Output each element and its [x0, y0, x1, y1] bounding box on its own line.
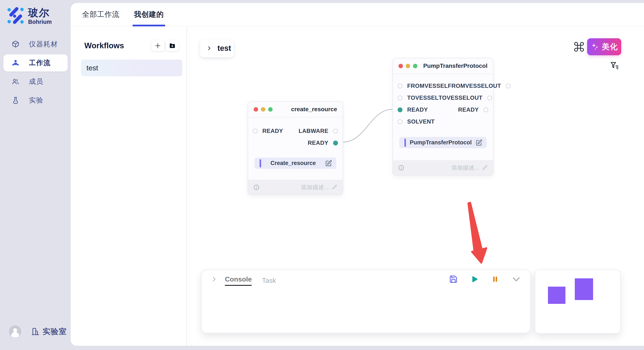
task-tab[interactable]: Task [262, 274, 276, 285]
node-title: PumpTransferProtocol [423, 62, 488, 69]
console-tab[interactable]: Console [225, 273, 252, 286]
port-output-labware[interactable]: LABWARE [298, 128, 338, 134]
traffic-dots-icon [398, 64, 418, 68]
app-screen: 玻尔 Bohrium 仪器耗材 工作流 [0, 0, 644, 350]
node-action-pill[interactable]: Create_resource [254, 158, 336, 169]
console-header: Console Task [202, 270, 530, 288]
sidebar-footer: 实验室 [9, 325, 67, 338]
port-output-tovesselout[interactable]: TOVESSELOUT [439, 95, 492, 101]
port-handle-connected[interactable] [398, 107, 402, 112]
port-handle[interactable] [333, 129, 338, 134]
command-icon[interactable] [573, 41, 585, 53]
sidebar-menu: 仪器耗材 工作流 成员 [4, 36, 68, 109]
pill-accent-bar [260, 159, 261, 167]
minimap[interactable] [535, 270, 620, 334]
main-panel: 全部工作流 我创建的 Workflows [71, 3, 644, 346]
brand-logo: 玻尔 Bohrium [6, 6, 52, 25]
node-create-resource[interactable]: create_resource READY LABWARE [248, 101, 343, 195]
sidebar-item-experiments[interactable]: 实验 [4, 92, 68, 109]
folder-download-icon [169, 42, 176, 49]
beautify-label: 美化 [602, 42, 618, 52]
members-icon [12, 78, 20, 86]
port-input-solvent[interactable]: SOLVENT [398, 118, 435, 125]
breadcrumb[interactable]: test [200, 39, 234, 57]
content-row: Workflows test [71, 26, 644, 346]
sidebar-item-label: 实验 [29, 96, 44, 105]
info-icon[interactable] [398, 165, 404, 171]
console-panel: Console Task [201, 270, 531, 333]
port-handle[interactable] [487, 95, 492, 100]
node-footer: 添加描述... [248, 180, 343, 195]
info-icon[interactable] [253, 184, 260, 190]
workflow-tabbar: 全部工作流 我创建的 [71, 3, 644, 26]
port-input-ready[interactable]: READY [253, 128, 283, 134]
edit-icon[interactable] [476, 139, 482, 146]
add-workflow-button[interactable] [151, 40, 164, 51]
import-workflow-button[interactable] [166, 40, 179, 51]
workflows-title: Workflows [84, 41, 124, 50]
port-handle[interactable] [484, 107, 488, 112]
node-footer: 添加描述... [393, 160, 493, 175]
workflow-team-icon [12, 59, 20, 67]
port-handle[interactable] [398, 95, 402, 100]
port-input-tovessel[interactable]: TOVESSEL [398, 95, 439, 101]
pencil-icon [482, 165, 488, 171]
sidebar-item-label: 仪器耗材 [29, 39, 58, 49]
port-handle[interactable] [506, 84, 511, 88]
edge-create-resource-to-pump [343, 109, 392, 142]
save-icon[interactable] [449, 275, 458, 283]
minimap-node [548, 287, 566, 304]
node-action-pill[interactable]: PumpTransferProtocol [399, 137, 486, 148]
sidebar-item-label: 工作流 [29, 58, 51, 68]
pencil-icon [332, 184, 338, 190]
node-pump-transfer-protocol[interactable]: PumpTransferProtocol FROMVESSEL FROMVESS… [392, 58, 494, 176]
workflow-list-item-test[interactable]: test [81, 59, 182, 76]
port-output-ready[interactable]: READY [458, 107, 488, 113]
pill-accent-bar [404, 139, 406, 147]
node-ports: FROMVESSEL FROMVESSELOUT TOVESSEL [393, 80, 493, 128]
port-handle[interactable] [253, 129, 258, 134]
node-description[interactable]: 添加描述... [451, 164, 488, 172]
brand-name-en: Bohrium [28, 19, 52, 25]
tab-my-created[interactable]: 我创建的 [134, 3, 164, 26]
sidebar-item-label: 成员 [29, 77, 44, 86]
test-tube-icon [12, 96, 20, 104]
sidebar: 玻尔 Bohrium 仪器耗材 工作流 [0, 0, 71, 350]
filter-icon[interactable] [610, 61, 619, 71]
sidebar-item-instruments[interactable]: 仪器耗材 [4, 36, 68, 53]
lab-switcher[interactable]: 实验室 [42, 326, 67, 337]
play-icon[interactable] [470, 275, 479, 284]
building-icon [31, 327, 40, 336]
sidebar-item-workflow[interactable]: 工作流 [4, 54, 68, 71]
workflow-canvas[interactable]: test 美化 [187, 26, 644, 346]
port-handle[interactable] [398, 119, 402, 124]
user-avatar[interactable] [9, 325, 21, 338]
edit-icon[interactable] [325, 160, 332, 167]
pill-label: PumpTransferProtocol [406, 139, 476, 146]
port-handle-connected[interactable] [333, 141, 338, 146]
workflows-panel: Workflows test [71, 26, 187, 346]
port-handle[interactable] [398, 84, 402, 88]
chevron-down-icon[interactable] [511, 274, 521, 284]
breadcrumb-label: test [218, 44, 231, 53]
node-ports: READY LABWARE READY [248, 125, 343, 149]
bohrium-logo-icon [6, 6, 25, 25]
console-expand-icon[interactable] [211, 276, 217, 282]
port-input-ready[interactable]: READY [398, 107, 428, 113]
workflow-name: test [86, 64, 98, 72]
port-output-fromvesselout[interactable]: FROMVESSELOUT [448, 83, 511, 89]
pill-label: Create_resource [261, 160, 325, 167]
minimap-node [575, 278, 593, 300]
node-description[interactable]: 添加描述... [301, 183, 338, 191]
annotation-arrow [468, 203, 486, 263]
chevron-right-icon [206, 45, 212, 51]
sidebar-item-members[interactable]: 成员 [4, 73, 68, 90]
brand-name-cn: 玻尔 [28, 7, 52, 19]
pause-icon[interactable] [491, 275, 499, 283]
port-output-ready[interactable]: READY [308, 140, 338, 146]
node-title: create_resource [291, 106, 337, 113]
box-icon [12, 40, 20, 48]
port-input-fromvessel[interactable]: FROMVESSEL [398, 83, 448, 89]
tab-all-workflows[interactable]: 全部工作流 [82, 3, 120, 26]
beautify-button[interactable]: 美化 [587, 38, 621, 55]
